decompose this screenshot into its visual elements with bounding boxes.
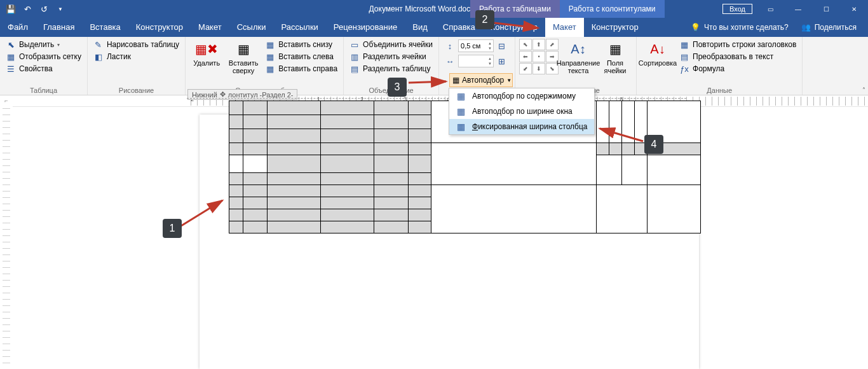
row-height[interactable]: ↕ ▲▼ ⊟ xyxy=(443,39,509,53)
insert-right-button[interactable]: ▦Вставить справа xyxy=(263,63,339,74)
svg-line-1 xyxy=(494,23,538,28)
group-data-label: Данные xyxy=(641,86,798,94)
sort-button[interactable]: A↓Сортировка xyxy=(641,39,675,68)
split-table-button[interactable]: ▤Разделить таблицу xyxy=(348,63,435,74)
autofit-contents[interactable]: ▦Автоподбор по содержимому xyxy=(449,88,594,104)
height-icon: ↕ xyxy=(445,41,455,51)
insert-above-button[interactable]: ▦Вставить сверху xyxy=(226,39,261,76)
share-button[interactable]: 👥Поделиться xyxy=(801,23,857,32)
group-table: ⬉Выделить▾ ▦Отобразить сетку ☰Свойства Т… xyxy=(0,37,88,95)
insert-below-icon: ▦ xyxy=(265,39,275,50)
text-direction-icon: A↕ xyxy=(568,40,588,58)
group-draw: ✎Нарисовать таблицу ◧Ластик Рисование xyxy=(88,37,186,95)
tab-review[interactable]: Рецензирование xyxy=(326,18,405,37)
merge-label: Объединить ячейки xyxy=(363,40,433,49)
cell-margins-button[interactable]: ▦Поля ячейки xyxy=(598,39,632,76)
window-controls: Вход ▭ — ☐ ✕ xyxy=(722,0,868,18)
merge-cells-button[interactable]: ▭Объединить ячейки xyxy=(348,39,435,50)
autofit-window[interactable]: ▦Автоподбор по ширине окна xyxy=(449,104,594,119)
grid-icon: ▦ xyxy=(6,52,16,62)
delete-button[interactable]: ▦✖Удалить xyxy=(189,39,224,68)
width-input[interactable] xyxy=(459,57,487,65)
fixed-width[interactable]: ▦Фиксированная ширина столбца xyxy=(449,119,594,134)
tab-layout[interactable]: Макет xyxy=(191,18,229,37)
tab-file[interactable]: Файл xyxy=(0,18,36,37)
insert-below-label: Вставить снизу xyxy=(278,40,332,49)
distribute-cols-icon[interactable]: ⊞ xyxy=(497,56,507,66)
insert-right-icon: ▦ xyxy=(265,64,275,74)
minimize-icon[interactable]: — xyxy=(784,0,812,18)
annotation-marker-2: 2 xyxy=(475,10,494,29)
text-direction-button[interactable]: A↕Направление текста xyxy=(561,39,595,76)
convert-text-button[interactable]: ▤Преобразовать в текст xyxy=(677,51,798,62)
autofit-button[interactable]: ▦ Автоподбор ▼ xyxy=(449,73,513,87)
autofit-window-label: Автоподбор по ширине окна xyxy=(472,107,573,116)
autofit-window-icon: ▦ xyxy=(454,106,467,116)
cell-margins-icon: ▦ xyxy=(605,40,625,58)
footer-tag-prefix: Нижний xyxy=(192,91,217,99)
group-data: A↓Сортировка ▦Повторить строки заголовко… xyxy=(637,37,803,95)
annotation-arrow-2 xyxy=(492,15,543,34)
distribute-rows-icon[interactable]: ⊟ xyxy=(497,41,507,51)
svg-line-0 xyxy=(181,200,222,226)
vertical-ruler[interactable] xyxy=(1,108,11,369)
repeat-header-button[interactable]: ▦Повторить строки заголовков xyxy=(677,39,798,50)
insert-above-icon: ▦ xyxy=(233,40,254,58)
eraser-button[interactable]: ◧Ластик xyxy=(92,51,181,62)
close-icon[interactable]: ✕ xyxy=(840,0,868,18)
insert-left-label: Вставить слева xyxy=(278,52,334,61)
split-cells-button[interactable]: ▥Разделить ячейки xyxy=(348,51,435,62)
group-draw-label: Рисование xyxy=(92,86,181,94)
formula-label: Формула xyxy=(693,64,724,73)
save-icon[interactable]: 💾 xyxy=(3,1,19,17)
insert-left-button[interactable]: ▦Вставить слева xyxy=(263,51,339,62)
annotation-marker-1: 1 xyxy=(163,219,182,238)
annotation-arrow-4 xyxy=(596,126,647,145)
draw-table-button[interactable]: ✎Нарисовать таблицу xyxy=(92,39,181,50)
tab-insert[interactable]: Вставка xyxy=(82,18,128,37)
tab-table-layout[interactable]: Макет xyxy=(545,18,584,37)
tab-hf-design[interactable]: Конструктор xyxy=(584,18,646,37)
table-row xyxy=(229,185,701,197)
autofit-contents-label: Автоподбор по содержимому xyxy=(472,92,576,101)
fixed-width-label: Фиксированная ширина столбца xyxy=(472,122,587,131)
tab-design[interactable]: Конструктор xyxy=(128,18,191,37)
undo-icon[interactable]: ↶ xyxy=(19,1,36,17)
svg-line-3 xyxy=(600,129,643,141)
view-gridlines-button[interactable]: ▦Отобразить сетку xyxy=(4,51,83,62)
formula-button[interactable]: ƒxФормула xyxy=(677,63,798,74)
repeat-header-icon: ▦ xyxy=(679,39,689,50)
maximize-icon[interactable]: ☐ xyxy=(812,0,840,18)
collapse-ribbon-icon[interactable]: ˄ xyxy=(862,87,865,94)
redo-icon[interactable]: ↺ xyxy=(36,1,52,17)
formula-icon: ƒx xyxy=(679,64,689,74)
select-label: Выделить xyxy=(19,40,54,49)
tab-references[interactable]: Ссылки xyxy=(229,18,274,37)
properties-label: Свойства xyxy=(19,64,53,73)
cursor-icon: ⬉ xyxy=(6,39,16,50)
select-button[interactable]: ⬉Выделить▾ xyxy=(4,39,83,50)
tab-home[interactable]: Главная xyxy=(36,18,82,37)
bulb-icon: 💡 xyxy=(691,23,700,32)
properties-button[interactable]: ☰Свойства xyxy=(4,63,83,74)
sign-in-button[interactable]: Вход xyxy=(722,4,752,14)
width-icon: ↔ xyxy=(445,56,455,66)
share-label: Поделиться xyxy=(815,23,857,32)
qat-more-icon[interactable]: ▼ xyxy=(52,1,69,17)
gridlines-label: Отобразить сетку xyxy=(19,52,81,61)
autofit-dropdown: ▦Автоподбор по содержимому ▦Автоподбор п… xyxy=(449,88,595,135)
ribbon-options-icon[interactable]: ▭ xyxy=(756,0,784,18)
tab-mailings[interactable]: Рассылки xyxy=(273,18,325,37)
eraser-label: Ластик xyxy=(107,52,131,61)
height-input[interactable] xyxy=(459,42,487,50)
insert-above-label: Вставить сверху xyxy=(227,59,259,74)
tell-me[interactable]: 💡Что вы хотите сделать? xyxy=(691,23,789,32)
alignment-grid[interactable]: ⬉⬆⬈ ⬅•➡ ⬋⬇⬊ xyxy=(519,39,559,74)
annotation-marker-4: 4 xyxy=(644,135,663,154)
tab-view[interactable]: Вид xyxy=(405,18,435,37)
draw-table-label: Нарисовать таблицу xyxy=(107,40,179,49)
insert-right-label: Вставить справа xyxy=(278,64,337,73)
insert-below-button[interactable]: ▦Вставить снизу xyxy=(263,39,339,50)
col-width[interactable]: ↔ ▲▼ ⊞ xyxy=(443,54,509,68)
convert-icon: ▤ xyxy=(679,52,689,62)
